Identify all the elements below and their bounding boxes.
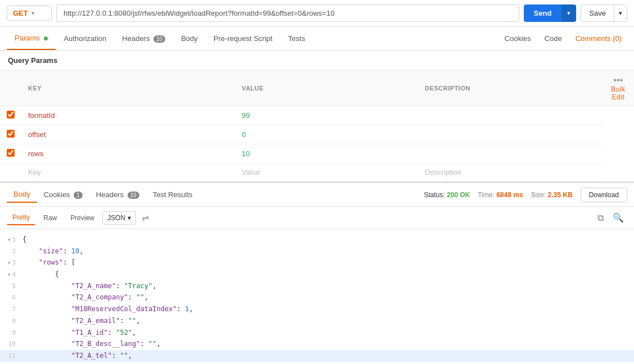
- time-info: Time: 6848 ms: [478, 191, 523, 199]
- size-value: 2.35 KB: [548, 191, 573, 199]
- code-line: 11 "T2_A_tel": "",: [0, 350, 634, 362]
- code-line: ▾3 "rows": [: [0, 257, 634, 269]
- th-description: DESCRIPTION: [418, 71, 603, 106]
- code-line: 8 "T2_A_email": "",: [0, 315, 634, 327]
- query-params-section: Query Params KEY VALUE DESCRIPTION ••• B…: [0, 51, 634, 182]
- resp-tab-cookies[interactable]: Cookies 1: [37, 187, 89, 202]
- code-line: 5 "T2_A_name": "Tracy",: [0, 280, 634, 292]
- table-row: offset0: [0, 125, 634, 144]
- query-params-header: Query Params: [0, 51, 634, 71]
- send-button-group: Send ▾: [524, 4, 577, 22]
- cookies-response-badge: 1: [74, 192, 83, 199]
- expand-arrow-icon[interactable]: ▾: [7, 236, 11, 243]
- status-label: Status: 200 OK: [424, 191, 470, 199]
- fmt-tab-pretty[interactable]: Pretty: [7, 211, 35, 225]
- right-tab-cookies[interactable]: Cookies: [499, 28, 537, 49]
- search-button[interactable]: 🔍: [609, 210, 627, 225]
- status-value: 200 OK: [447, 191, 470, 199]
- format-bar: Pretty Raw Preview JSON ▾ ⇌ ⧉ 🔍: [0, 207, 634, 229]
- url-input[interactable]: [56, 4, 519, 22]
- param-checkbox-2[interactable]: [7, 149, 15, 157]
- tab-tests[interactable]: Tests: [280, 28, 313, 49]
- send-dropdown-button[interactable]: ▾: [561, 4, 576, 22]
- params-dot-icon: [44, 37, 48, 40]
- more-options-button[interactable]: •••: [610, 75, 626, 85]
- table-row: KeyValueDescription: [0, 163, 634, 181]
- method-selector[interactable]: GET ▾: [7, 6, 52, 21]
- save-button-group: Save ▾: [581, 4, 627, 22]
- right-tab-code[interactable]: Code: [539, 28, 568, 49]
- send-button[interactable]: Send: [524, 4, 562, 22]
- status-info: Status: 200 OK Time: 6848 ms Size: 2.35 …: [424, 188, 627, 202]
- th-value: VALUE: [235, 71, 418, 106]
- code-line: 10 "T2_B_desc__lang": "",: [0, 338, 634, 350]
- tab-prerequest[interactable]: Pre-request Script: [206, 28, 280, 49]
- code-line: ▾4 {: [0, 269, 634, 280]
- code-line: 6 "T2_A_company": "",: [0, 292, 634, 303]
- tab-body[interactable]: Body: [173, 28, 206, 49]
- response-bar: Body Cookies 1 Headers 10 Test Results S…: [0, 182, 634, 207]
- headers-badge: 10: [153, 35, 165, 43]
- fmt-tab-raw[interactable]: Raw: [38, 211, 62, 225]
- copy-button[interactable]: ⧉: [594, 210, 607, 225]
- tab-headers[interactable]: Headers 10: [114, 28, 173, 49]
- th-action: ••• Bulk Edit: [603, 71, 634, 106]
- code-line: ▾1{: [0, 234, 634, 245]
- method-value: GET: [13, 9, 28, 17]
- download-button[interactable]: Download: [581, 188, 627, 202]
- headers-response-badge: 10: [128, 192, 139, 199]
- th-checkbox: [0, 71, 21, 106]
- resp-tab-test-results[interactable]: Test Results: [146, 187, 200, 202]
- expand-arrow-icon[interactable]: ▾: [7, 260, 11, 266]
- right-tab-comments[interactable]: Comments (0): [570, 28, 627, 49]
- request-tabs-row: Params Authorization Headers 10 Body Pre…: [0, 27, 634, 51]
- resp-tab-headers[interactable]: Headers 10: [89, 187, 146, 202]
- th-key: KEY: [21, 71, 235, 106]
- right-tabs: Cookies Code Comments (0): [499, 28, 627, 49]
- format-dropdown-label: JSON: [107, 214, 125, 222]
- save-button[interactable]: Save: [581, 5, 614, 21]
- param-checkbox-1[interactable]: [7, 130, 15, 138]
- save-dropdown-button[interactable]: ▾: [614, 5, 627, 21]
- params-table: KEY VALUE DESCRIPTION ••• Bulk Edit form…: [0, 71, 634, 181]
- time-value: 6848 ms: [496, 191, 523, 199]
- code-editor: ▾1{2 "size": 10,▾3 "rows": [▾4 {5 "T2_A_…: [0, 229, 634, 364]
- tab-authorization[interactable]: Authorization: [56, 28, 114, 49]
- method-chevron-icon: ▾: [31, 10, 46, 16]
- resp-tab-body[interactable]: Body: [7, 186, 37, 203]
- size-info: Size: 2.35 KB: [531, 191, 573, 199]
- table-row: formatId99: [0, 106, 634, 125]
- expand-arrow-icon[interactable]: ▾: [7, 271, 11, 277]
- word-wrap-button[interactable]: ⇌: [138, 210, 152, 225]
- bulk-edit-link[interactable]: Bulk Edit: [611, 85, 625, 101]
- fmt-tab-preview[interactable]: Preview: [65, 211, 100, 225]
- code-line: 7 "M18ReservedCol_dataIndex": 1,: [0, 303, 634, 315]
- param-checkbox-0[interactable]: [7, 111, 15, 119]
- code-line: 9 "T1_A_id": "52",: [0, 327, 634, 339]
- top-bar: GET ▾ Send ▾ Save ▾: [0, 0, 634, 27]
- table-row: rows10: [0, 144, 634, 163]
- code-line: 2 "size": 10,: [0, 245, 634, 257]
- format-dropdown-chevron-icon: ▾: [128, 214, 131, 222]
- code-line: 12 "T2_A_telarea": "",: [0, 362, 634, 364]
- format-dropdown[interactable]: JSON ▾: [102, 211, 136, 225]
- tab-params[interactable]: Params: [7, 27, 56, 50]
